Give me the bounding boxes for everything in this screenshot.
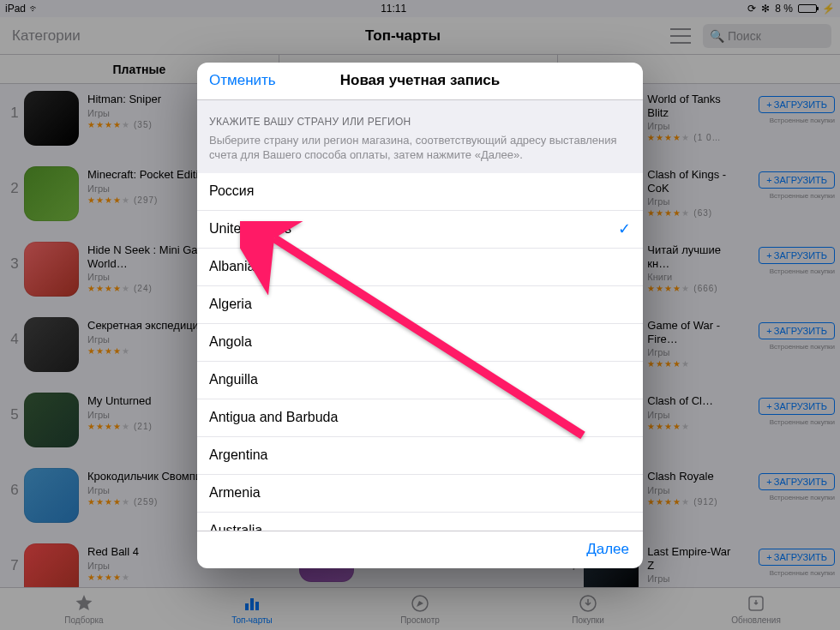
country-row[interactable]: United States✓ — [197, 211, 643, 249]
country-row[interactable]: Россия — [197, 173, 643, 211]
modal-footer: Далее — [197, 531, 643, 568]
country-list[interactable]: РоссияUnited States✓AlbaniaAlgeriaAngola… — [197, 173, 643, 531]
country-row[interactable]: Anguilla — [197, 362, 643, 399]
country-label: Antigua and Barbuda — [209, 410, 338, 425]
instructions-heading: УКАЖИТЕ ВАШУ СТРАНУ ИЛИ РЕГИОН — [209, 116, 631, 128]
modal-header: Отменить Новая учетная запись — [197, 63, 643, 100]
country-row[interactable]: Armenia — [197, 475, 643, 513]
country-label: Australia — [209, 523, 262, 530]
country-row[interactable]: Antigua and Barbuda — [197, 399, 643, 437]
modal-instructions: УКАЖИТЕ ВАШУ СТРАНУ ИЛИ РЕГИОН Выберите … — [197, 100, 643, 173]
country-row[interactable]: Australia — [197, 513, 643, 531]
checkmark-icon: ✓ — [618, 219, 631, 238]
country-row[interactable]: Albania — [197, 249, 643, 286]
country-label: United States — [209, 221, 291, 237]
cancel-button[interactable]: Отменить — [209, 72, 276, 89]
next-button[interactable]: Далее — [586, 541, 629, 558]
country-label: Armenia — [209, 485, 261, 501]
country-row[interactable]: Argentina — [197, 437, 643, 475]
country-label: Anguilla — [209, 372, 258, 387]
country-row[interactable]: Algeria — [197, 286, 643, 324]
country-label: Россия — [209, 183, 254, 199]
new-account-modal: Отменить Новая учетная запись УКАЖИТЕ ВА… — [197, 63, 643, 568]
country-label: Angola — [209, 334, 252, 350]
country-label: Argentina — [209, 447, 268, 463]
country-label: Albania — [209, 259, 255, 274]
instructions-text: Выберите страну или регион магазина, соо… — [209, 133, 631, 163]
country-label: Algeria — [209, 297, 252, 312]
country-row[interactable]: Angola — [197, 324, 643, 362]
screen: iPad ᯤ 11:11 ⟳ ✻ 8 % ⚡ Категории Топ-чар… — [0, 0, 840, 630]
